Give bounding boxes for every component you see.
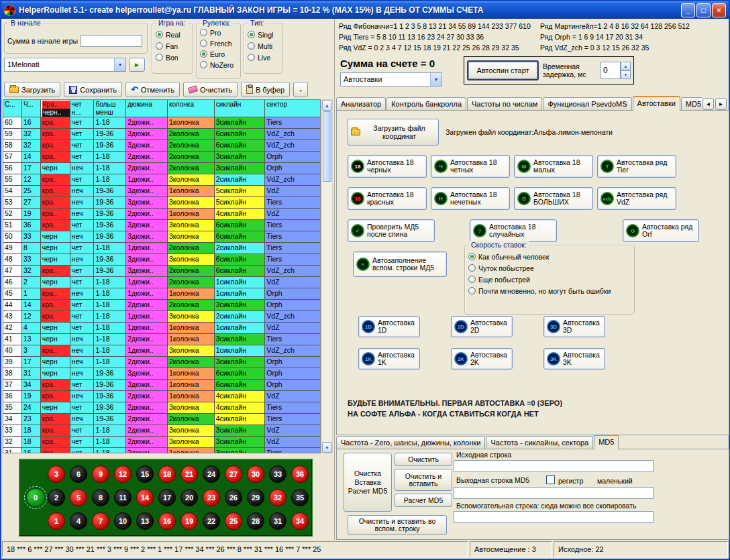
game-option-1-radio[interactable] [156, 42, 163, 50]
minus-button[interactable]: - [293, 82, 308, 97]
delay-spinner[interactable]: 0 ▲ ▼ [601, 62, 631, 79]
bottom-tabstrip-tab-0[interactable]: Частота - Zero, шансы, дюжины, колонки [336, 436, 485, 449]
spin-row-34[interactable]: 3423кра..неч19-362дюжи..2колонка4сиклайн… [3, 414, 320, 425]
scroll-down-icon[interactable]: ▼ [322, 442, 332, 453]
board-number-27[interactable]: 27 [225, 465, 242, 483]
spin-row-51[interactable]: 5136кра..чет19-363дюжи..3колонка6сиклайн… [3, 220, 320, 231]
autobet-18-random-button[interactable]: ?Автоставка 18 случайных [470, 219, 557, 242]
roulette-option-1-radio[interactable] [200, 40, 207, 47]
speed-option-0-radio[interactable] [468, 253, 476, 260]
md5-register-checkbox[interactable] [546, 475, 555, 484]
board-number-15[interactable]: 15 [136, 465, 154, 483]
autobet-row-vdz-button[interactable]: vdzАвтоставка ряд VdZ [597, 187, 676, 210]
spin-row-41[interactable]: 4113черннеч1-182дюжи..1колонка3сиклайнTi… [3, 334, 320, 345]
load-coords-file-button[interactable]: Загрузить файл координат [348, 119, 439, 146]
autobet-2d-button[interactable]: 2DАвтоставка 2D [451, 316, 513, 337]
type-option-2[interactable]: Live [248, 53, 278, 62]
md5-helper-input[interactable] [454, 511, 654, 523]
game-option-2[interactable]: Bon [156, 53, 189, 62]
spin-row-59[interactable]: 5932кра..чет19-363дюжи..2колонка6сиклайн… [3, 129, 320, 140]
game-option-0[interactable]: Real [156, 30, 189, 39]
profile-combobox[interactable]: 1Melonati ▼ [4, 58, 126, 72]
board-number-24[interactable]: 24 [203, 465, 220, 483]
spin-row-36[interactable]: 3619кра..неч19-362дюжи..1колонка4сиклайн… [3, 391, 320, 402]
type-option-1[interactable]: Multi [248, 42, 278, 50]
autobet-18-odd-button[interactable]: НАвтоставка 18 нечетных [431, 187, 510, 210]
autobet-1k-button[interactable]: 1KАвтоставка 1K [358, 348, 420, 370]
main-tabstrip-tab-4[interactable]: Автоставки [633, 96, 680, 111]
board-number-1[interactable]: 1 [48, 512, 65, 530]
type-option-0-radio[interactable] [248, 31, 255, 38]
main-tabstrip-tab-3[interactable]: Функционал PsevdoMS [543, 97, 631, 111]
board-number-9[interactable]: 9 [92, 465, 109, 483]
board-number-19[interactable]: 19 [180, 512, 198, 530]
game-option-0-radio[interactable] [156, 31, 163, 38]
speed-option-3-radio[interactable] [468, 287, 476, 294]
spin-row-49[interactable]: 498чернчет1-181дюжи..2колонка2сиклайнTie… [3, 243, 320, 254]
autobet-3d-button[interactable]: 3DАвтоставка 3D [543, 316, 605, 337]
board-number-13[interactable]: 13 [136, 512, 154, 530]
md5-clear-paste-calc-button[interactable]: Очистка Вставка Расчет MD5 [344, 453, 392, 512]
chevron-down-icon[interactable]: ▼ [430, 73, 441, 86]
spin-row-47[interactable]: 4732кра..чет19-363дюжи..2колонка6сиклайн… [3, 266, 320, 277]
bottom-tabstrip-tab-2[interactable]: MD5 [594, 435, 619, 449]
board-number-30[interactable]: 30 [247, 465, 264, 483]
spin-row-46[interactable]: 462чернчет1-181дюжи..2колонка1сиклайнVdZ [3, 277, 320, 288]
roulette-option-2-radio[interactable] [200, 50, 207, 58]
spin-row-58[interactable]: 5832кра..чет19-363дюжи..2колонка6сиклайн… [3, 140, 320, 152]
roulette-option-0[interactable]: Pro [200, 28, 237, 37]
spin-row-53[interactable]: 5327кра..неч19-363дюжи..3колонка5сиклайн… [3, 197, 320, 209]
spinner-up-icon[interactable]: ▲ [621, 62, 631, 70]
board-number-17[interactable]: 17 [158, 489, 176, 506]
board-number-34[interactable]: 34 [291, 512, 309, 530]
speed-option-1-radio[interactable] [468, 264, 476, 272]
autobet-18-high-button[interactable]: БАвтоставка 18 БОЛЬШИХ [514, 187, 593, 210]
spin-row-60[interactable]: 6016кра..чет1-182дюжи..1колонка3сиклайнT… [3, 117, 320, 129]
autobet-18-low-button[interactable]: МАвтоставка 18 малых [514, 155, 593, 178]
speed-option-1[interactable]: Чуток побыстрее [468, 264, 631, 272]
autobet-18-red-button[interactable]: 18Автоставка 18 красных [348, 187, 427, 210]
game-option-1[interactable]: Fan [156, 42, 189, 50]
maximize-button[interactable]: □ [696, 3, 711, 17]
start-sum-input[interactable] [81, 35, 142, 47]
type-option-0[interactable]: Singl [248, 30, 278, 39]
board-number-14[interactable]: 14 [136, 489, 154, 506]
board-number-3[interactable]: 3 [48, 465, 65, 483]
spin-row-37[interactable]: 3734кра..чет19-363дюжи..1колонка6сиклайн… [3, 380, 320, 391]
minimize-button[interactable]: _ [681, 3, 695, 17]
main-tabstrip-tab-0[interactable]: Анализатор [336, 97, 386, 111]
spin-row-54[interactable]: 5425кра..неч19-363дюжи..1колонка5сиклайн… [3, 186, 320, 197]
autobet-18-black-button[interactable]: 18Автоставка 18 черных [348, 155, 427, 178]
autobets-combobox[interactable]: Автоставки ▼ [340, 72, 442, 87]
roulette-option-3-radio[interactable] [200, 61, 207, 68]
clear-button[interactable]: Очистить [183, 82, 238, 97]
autobet-row-tier-button[interactable]: ТАвтоставка ряд Tier [597, 155, 676, 178]
board-number-11[interactable]: 11 [114, 489, 132, 506]
board-number-10[interactable]: 10 [114, 512, 132, 530]
board-number-22[interactable]: 22 [203, 512, 220, 530]
spin-row-31[interactable]: 3116кра..чет1-182дюжи..1колонка3сиклайнT… [3, 448, 320, 453]
load-button[interactable]: Загрузить [4, 82, 60, 97]
check-md5-after-spin-button[interactable]: ✓Проверить МД5 после спина [348, 219, 435, 242]
run-profile-button[interactable]: ► [129, 58, 145, 72]
table-scrollbar[interactable]: ▲ ▼ [321, 99, 333, 453]
board-number-16[interactable]: 16 [158, 512, 176, 530]
board-number-5[interactable]: 5 [70, 489, 87, 506]
board-number-26[interactable]: 26 [225, 489, 242, 506]
board-number-33[interactable]: 33 [269, 465, 286, 483]
board-number-32[interactable]: 32 [269, 489, 286, 506]
board-number-23[interactable]: 23 [203, 489, 220, 506]
board-number-2[interactable]: 2 [48, 489, 65, 506]
md5-calc-button[interactable]: Расчет MD5 [395, 494, 452, 507]
spin-row-43[interactable]: 4312кра..чет1-181дюжи..3колонка2сиклайнV… [3, 311, 320, 323]
spin-row-57[interactable]: 5714кра..чет1-182дюжи..2колонка3сиклайнO… [3, 152, 320, 163]
spin-row-38[interactable]: 3831черннеч19-363дюжи..1колонка6сиклайнO… [3, 368, 320, 380]
speed-option-2-radio[interactable] [468, 276, 476, 283]
board-number-20[interactable]: 20 [180, 489, 198, 506]
roulette-option-2[interactable]: Euro [200, 50, 237, 58]
main-tabstrip-tab-2[interactable]: Частоты по числам [467, 97, 542, 111]
autobet-1d-button[interactable]: 1DАвтоставка 1D [358, 316, 420, 337]
autobet-3k-button[interactable]: 3KАвтоставка 3K [543, 348, 605, 370]
md5-clear-button[interactable]: Очистить [395, 453, 452, 466]
board-number-7[interactable]: 7 [92, 512, 109, 530]
